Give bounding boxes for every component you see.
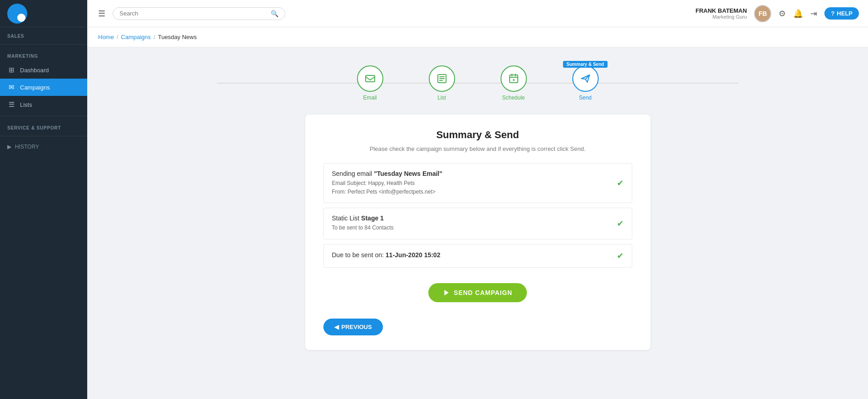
notifications-icon[interactable]: 🔔 xyxy=(793,9,803,19)
svg-rect-2 xyxy=(510,75,518,83)
breadcrumb: Home / Campaigns / Tuesday News xyxy=(87,27,868,47)
breadcrumb-campaigns[interactable]: Campaigns xyxy=(121,34,151,40)
summary-list-name: Stage 1 xyxy=(361,214,384,222)
step-schedule[interactable]: Schedule xyxy=(501,65,527,101)
summary-row-schedule: Due to be sent on: 11-Jun-2020 15:02 ✔ xyxy=(323,244,632,268)
search-input[interactable] xyxy=(119,10,267,17)
topbar-left: ☰ 🔍 xyxy=(96,7,285,20)
chevron-left-icon: ◀ xyxy=(334,324,339,330)
stepper-line xyxy=(217,83,738,84)
summary-row-list: Static List Stage 1 To be sent to 84 Con… xyxy=(323,208,632,239)
sidebar-item-lists[interactable]: ☰ Lists xyxy=(0,96,87,113)
step-send-label: Send xyxy=(579,95,591,101)
chevron-right-icon: ▶ xyxy=(7,144,11,150)
app-logo xyxy=(7,4,27,24)
summary-email-name: "Tuesday News Email" xyxy=(374,170,442,177)
step-send-badge: Summary & Send xyxy=(563,61,608,68)
topbar: ☰ 🔍 FRANK BATEMAN Marketing Guru FB ⚙ 🔔 … xyxy=(87,0,868,27)
summary-subtitle: Please check the campaign summary below … xyxy=(323,145,632,152)
summary-schedule-date: 11-Jun-2020 15:02 xyxy=(386,251,441,259)
user-name: FRANK BATEMAN xyxy=(695,7,747,14)
summary-row-email-content: Sending email "Tuesday News Email" Email… xyxy=(332,170,442,196)
step-schedule-label: Schedule xyxy=(502,95,525,101)
breadcrumb-sep-1: / xyxy=(117,34,119,40)
step-email[interactable]: Email xyxy=(357,65,383,101)
summary-row-email: Sending email "Tuesday News Email" Email… xyxy=(323,163,632,203)
summary-list-prefix: Static List xyxy=(332,214,362,222)
step-list[interactable]: List xyxy=(429,65,455,101)
step-email-label: Email xyxy=(363,95,377,101)
sidebar-history-label: HISTORY xyxy=(15,144,39,150)
step-list-label: List xyxy=(437,95,446,101)
summary-list-sub: To be sent to 84 Contacts xyxy=(332,224,394,232)
sidebar-item-campaigns-label: Campaigns xyxy=(20,84,50,91)
search-icon: 🔍 xyxy=(271,10,278,17)
sidebar-logo xyxy=(0,0,87,27)
stepper: Email List xyxy=(105,61,850,110)
sidebar-item-campaigns[interactable]: ✉ Campaigns xyxy=(0,79,87,96)
sidebar-item-dashboard[interactable]: ⊞ Dashboard xyxy=(0,61,87,79)
content: Home / Campaigns / Tuesday News xyxy=(87,27,868,399)
sidebar-history-toggle[interactable]: ▶ HISTORY xyxy=(0,139,87,155)
search-box: 🔍 xyxy=(113,7,285,20)
summary-schedule-main: Due to be sent on: 11-Jun-2020 15:02 xyxy=(332,251,441,259)
sidebar-item-dashboard-label: Dashboard xyxy=(20,67,49,74)
previous-button[interactable]: ◀ PREVIOUS xyxy=(323,319,383,335)
summary-email-sub: Email Subject: Happy, Health PetsFrom: P… xyxy=(332,179,442,196)
user-info: FRANK BATEMAN Marketing Guru xyxy=(695,7,747,20)
topbar-right: FRANK BATEMAN Marketing Guru FB ⚙ 🔔 ⇥ ? … xyxy=(695,5,859,22)
svg-point-3 xyxy=(513,79,515,81)
sidebar-section-service: SERVICE & SUPPORT xyxy=(0,119,87,133)
sidebar-item-lists-label: Lists xyxy=(20,101,32,108)
step-send[interactable]: Summary & Send Send xyxy=(572,65,599,101)
svg-rect-0 xyxy=(366,75,375,82)
email-check-icon: ✔ xyxy=(617,178,624,188)
list-check-icon: ✔ xyxy=(617,219,624,229)
breadcrumb-home[interactable]: Home xyxy=(98,34,114,40)
step-send-circle[interactable] xyxy=(572,65,599,92)
breadcrumb-sep-2: / xyxy=(154,34,155,40)
summary-email-main: Sending email "Tuesday News Email" xyxy=(332,170,442,177)
question-icon: ? xyxy=(831,10,834,17)
summary-email-prefix: Sending email xyxy=(332,170,374,177)
send-campaign-label: SEND CAMPAIGN xyxy=(454,289,512,296)
step-schedule-circle[interactable] xyxy=(501,65,527,92)
logout-icon[interactable]: ⇥ xyxy=(810,9,817,19)
step-email-circle[interactable] xyxy=(357,65,383,92)
summary-title: Summary & Send xyxy=(323,129,632,141)
summary-schedule-prefix: Due to be sent on: xyxy=(332,251,386,259)
svg-marker-4 xyxy=(444,290,448,295)
sidebar: SALES MARKETING ⊞ Dashboard ✉ Campaigns … xyxy=(0,0,87,399)
campaigns-icon: ✉ xyxy=(7,83,15,91)
summary-row-list-content: Static List Stage 1 To be sent to 84 Con… xyxy=(332,214,394,232)
help-button[interactable]: ? HELP xyxy=(824,7,859,20)
step-list-circle[interactable] xyxy=(429,65,455,92)
page-content: Email List xyxy=(87,47,868,364)
sidebar-divider-3 xyxy=(0,136,87,136)
settings-icon[interactable]: ⚙ xyxy=(779,9,786,19)
summary-list-main: Static List Stage 1 xyxy=(332,214,394,222)
previous-label: PREVIOUS xyxy=(342,324,372,330)
summary-card: Summary & Send Please check the campaign… xyxy=(305,115,650,350)
breadcrumb-current: Tuesday News xyxy=(158,34,197,40)
hamburger-menu[interactable]: ☰ xyxy=(96,7,107,20)
sidebar-divider-2 xyxy=(0,116,87,116)
help-label: HELP xyxy=(837,10,853,17)
dashboard-icon: ⊞ xyxy=(7,66,15,74)
sidebar-section-sales: SALES xyxy=(0,27,87,41)
main-wrapper: ☰ 🔍 FRANK BATEMAN Marketing Guru FB ⚙ 🔔 … xyxy=(87,0,868,399)
avatar: FB xyxy=(754,5,771,22)
lists-icon: ☰ xyxy=(7,100,15,109)
send-campaign-button[interactable]: SEND CAMPAIGN xyxy=(428,283,527,302)
summary-row-schedule-content: Due to be sent on: 11-Jun-2020 15:02 xyxy=(332,251,441,260)
sidebar-divider-1 xyxy=(0,44,87,45)
user-role: Marketing Guru xyxy=(695,14,747,20)
schedule-check-icon: ✔ xyxy=(617,251,624,261)
sidebar-section-marketing: MARKETING xyxy=(0,47,87,61)
